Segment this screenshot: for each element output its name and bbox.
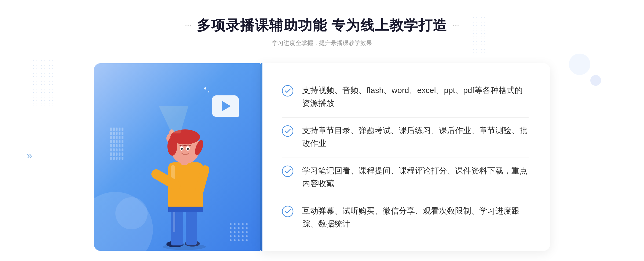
svg-point-49 [282, 126, 293, 136]
sparkle-decoration [204, 87, 209, 92]
feature-item-3: 学习笔记回看、课程提问、课程评论打分、课件资料下载，重点内容收藏 [282, 158, 529, 196]
svg-point-21 [187, 148, 189, 150]
feature-item-1: 支持视频、音频、flash、word、excel、ppt、pdf等各种格式的资源… [282, 77, 529, 116]
main-title: 多项录播课辅助功能 专为线上教学打造 [197, 16, 447, 35]
svg-point-39 [234, 235, 236, 237]
svg-point-37 [246, 231, 248, 233]
svg-rect-4 [186, 208, 197, 245]
svg-point-29 [234, 227, 236, 229]
header-section: 多项录播课辅助功能 专为线上教学打造 学习进度全掌握，提升录播课教学效果 [185, 16, 459, 47]
deco-stripes [110, 128, 123, 160]
sub-title: 学习进度全掌握，提升录播课教学效果 [185, 39, 459, 47]
person-figure [143, 101, 229, 251]
feature-text-3: 学习笔记回看、课程提问、课程评论打分、课件资料下载，重点内容收藏 [302, 164, 529, 190]
svg-point-50 [282, 166, 293, 177]
svg-rect-5 [173, 211, 175, 232]
svg-point-46 [242, 239, 244, 241]
svg-point-33 [230, 231, 232, 233]
svg-rect-8 [168, 207, 203, 212]
svg-rect-3 [171, 208, 183, 245]
svg-point-16 [167, 137, 177, 156]
check-icon-1 [282, 85, 294, 97]
header-decorators: 多项录播课辅助功能 专为线上教学打造 [185, 16, 459, 35]
accent-bar [260, 63, 262, 251]
deco-circle-right-1 [569, 54, 590, 75]
features-card: 支持视频、音频、flash、word、excel、ppt、pdf等各种格式的资源… [260, 63, 550, 251]
svg-point-48 [282, 85, 293, 96]
svg-marker-22 [159, 106, 188, 133]
svg-point-32 [246, 227, 248, 229]
svg-point-30 [238, 227, 240, 229]
feature-text-4: 互动弹幕、试听购买、微信分享、观看次数限制、学习进度跟踪、数据统计 [302, 204, 529, 230]
svg-point-34 [234, 231, 236, 233]
svg-point-45 [238, 239, 240, 241]
svg-point-26 [242, 223, 244, 225]
decorator-dots-left [185, 25, 191, 26]
arrow-decoration-left: » [27, 150, 32, 161]
feature-item-4: 互动弹幕、试听购买、微信分享、观看次数限制、学习进度跟踪、数据统计 [282, 198, 529, 237]
svg-point-36 [242, 231, 244, 233]
svg-point-25 [238, 223, 240, 225]
svg-point-41 [242, 235, 244, 237]
svg-point-35 [238, 231, 240, 233]
feature-text-2: 支持章节目录、弹题考试、课后练习、课后作业、章节测验、批改作业 [302, 124, 529, 150]
svg-point-51 [282, 206, 293, 217]
decorator-dots-right [453, 25, 459, 26]
feature-item-2: 支持章节目录、弹题考试、课后练习、课后作业、章节测验、批改作业 [282, 117, 529, 156]
feature-text-1: 支持视频、音频、flash、word、excel、ppt、pdf等各种格式的资源… [302, 84, 529, 110]
deco-circle-right-2 [590, 75, 601, 86]
svg-point-40 [238, 235, 240, 237]
svg-point-44 [234, 239, 236, 241]
svg-point-23 [230, 223, 232, 225]
svg-point-43 [230, 239, 232, 241]
svg-point-38 [230, 235, 232, 237]
dots-decoration-right [472, 16, 488, 54]
page-wrapper: » 多项录播课辅助功能 专为线上教学打造 学习进度全掌握，提升录播课教学效果 [0, 0, 644, 261]
svg-point-24 [234, 223, 236, 225]
check-icon-4 [282, 206, 294, 217]
svg-point-31 [242, 227, 244, 229]
content-area: 支持视频、音频、flash、word、excel、ppt、pdf等各种格式的资源… [94, 63, 550, 251]
illustration-card [94, 63, 260, 251]
check-icon-3 [282, 165, 294, 177]
svg-point-47 [246, 239, 248, 241]
svg-point-42 [246, 235, 248, 237]
check-icon-2 [282, 125, 294, 137]
svg-point-28 [230, 227, 232, 229]
dots-decoration-left [32, 59, 54, 107]
svg-point-27 [246, 223, 248, 225]
svg-point-19 [181, 148, 183, 150]
